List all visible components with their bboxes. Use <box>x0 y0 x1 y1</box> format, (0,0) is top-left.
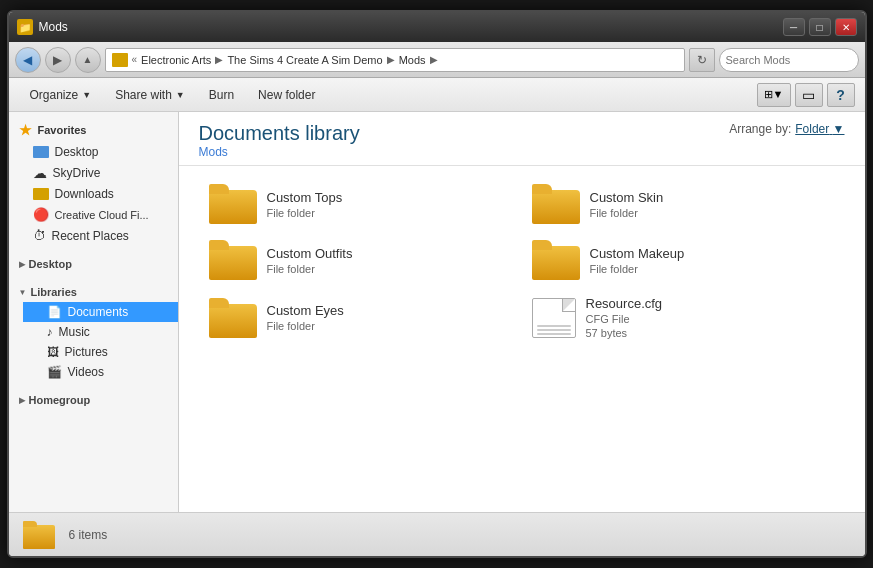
favorites-section: ★ Favorites Desktop ☁ SkyDrive Downloads… <box>9 118 178 246</box>
window-controls: ─ □ ✕ <box>783 18 857 36</box>
sidebar-item-videos[interactable]: 🎬 Videos <box>23 362 178 382</box>
sidebar-item-pictures[interactable]: 🖼 Pictures <box>23 342 178 362</box>
organize-button[interactable]: Organize ▼ <box>19 82 103 108</box>
main-panel: Documents library Mods Arrange by: Folde… <box>179 112 865 512</box>
custom-outfits-name: Custom Outfits <box>267 246 353 261</box>
sidebar-desktop-label: Desktop <box>55 145 99 159</box>
sidebar-pictures-label: Pictures <box>65 345 108 359</box>
share-with-button[interactable]: Share with ▼ <box>104 82 196 108</box>
libraries-triangle: ▼ <box>19 288 27 297</box>
close-button[interactable]: ✕ <box>835 18 857 36</box>
custom-skin-type: File folder <box>590 207 664 219</box>
help-button[interactable]: ? <box>827 83 855 107</box>
sidebar-item-recent[interactable]: ⏱ Recent Places <box>9 225 178 246</box>
arrange-value[interactable]: Folder ▼ <box>795 122 844 136</box>
custom-tops-info: Custom Tops File folder <box>267 190 343 219</box>
homegroup-label: Homegroup <box>29 394 91 406</box>
address-path[interactable]: « Electronic Arts ▶ The Sims 4 Create A … <box>105 48 685 72</box>
downloads-icon <box>33 188 49 200</box>
sidebar-documents-label: Documents <box>68 305 129 319</box>
custom-skin-info: Custom Skin File folder <box>590 190 664 219</box>
cfg-lines <box>533 323 575 337</box>
path-arrow1: « <box>132 54 138 65</box>
custom-eyes-type: File folder <box>267 320 344 332</box>
desktop-section: ▶ Desktop <box>9 250 178 274</box>
custom-makeup-folder-icon <box>532 240 580 280</box>
arrange-label: Arrange by: <box>729 122 791 136</box>
custom-tops-type: File folder <box>267 207 343 219</box>
resource-cfg-size: 57 bytes <box>586 327 663 339</box>
file-item-custom-tops[interactable]: Custom Tops File folder <box>199 176 522 232</box>
desktop-triangle: ▶ <box>19 260 25 269</box>
toolbar: Organize ▼ Share with ▼ Burn New folder … <box>9 78 865 112</box>
custom-makeup-info: Custom Makeup File folder <box>590 246 685 275</box>
path-arrow2: ▶ <box>215 54 223 65</box>
sidebar-item-desktop[interactable]: Desktop <box>9 142 178 162</box>
sidebar-item-downloads[interactable]: Downloads <box>9 184 178 204</box>
custom-skin-name: Custom Skin <box>590 190 664 205</box>
search-box[interactable]: 🔍 <box>719 48 859 72</box>
cc-icon: 🔴 <box>33 207 49 222</box>
sidebar-item-creative-cloud[interactable]: 🔴 Creative Cloud Fi... <box>9 204 178 225</box>
sidebar-downloads-label: Downloads <box>55 187 114 201</box>
custom-tops-name: Custom Tops <box>267 190 343 205</box>
custom-skin-folder-icon <box>532 184 580 224</box>
path-folder-icon <box>112 53 128 67</box>
file-item-custom-eyes[interactable]: Custom Eyes File folder <box>199 288 522 347</box>
sidebar-music-label: Music <box>59 325 90 339</box>
status-item-count: 6 items <box>69 528 108 542</box>
maximize-button[interactable]: □ <box>809 18 831 36</box>
share-chevron: ▼ <box>176 90 185 100</box>
resource-cfg-type: CFG File <box>586 313 663 325</box>
favorites-header[interactable]: ★ Favorites <box>9 118 178 142</box>
cfg-line-3 <box>537 333 571 335</box>
content-area: ★ Favorites Desktop ☁ SkyDrive Downloads… <box>9 112 865 512</box>
refresh-button[interactable]: ↻ <box>689 48 715 72</box>
libraries-section: ▼ Libraries 📄 Documents ♪ Music 🖼 Pictur… <box>9 278 178 382</box>
minimize-button[interactable]: ─ <box>783 18 805 36</box>
custom-outfits-folder-icon <box>209 240 257 280</box>
view-options-button[interactable]: ⊞▼ <box>757 83 791 107</box>
sidebar-item-documents[interactable]: 📄 Documents <box>23 302 178 322</box>
sidebar-item-music[interactable]: ♪ Music <box>23 322 178 342</box>
file-item-custom-makeup[interactable]: Custom Makeup File folder <box>522 232 845 288</box>
libraries-items: 📄 Documents ♪ Music 🖼 Pictures 🎬 Videos <box>23 302 178 382</box>
sidebar-videos-label: Videos <box>68 365 104 379</box>
sidebar-item-skydrive[interactable]: ☁ SkyDrive <box>9 162 178 184</box>
cfg-line-1 <box>537 325 571 327</box>
arrange-by: Arrange by: Folder ▼ <box>729 122 844 136</box>
burn-label: Burn <box>209 88 234 102</box>
desktop-section-label: Desktop <box>29 258 72 270</box>
window-icon: 📁 <box>17 19 33 35</box>
forward-button[interactable]: ▶ <box>45 47 71 73</box>
library-title-group: Documents library Mods <box>199 122 360 159</box>
custom-makeup-name: Custom Makeup <box>590 246 685 261</box>
file-item-custom-outfits[interactable]: Custom Outfits File folder <box>199 232 522 288</box>
custom-eyes-info: Custom Eyes File folder <box>267 303 344 332</box>
arrange-chevron: ▼ <box>833 122 845 136</box>
search-input[interactable] <box>726 54 864 66</box>
file-item-resource-cfg[interactable]: Resource.cfg CFG File 57 bytes <box>522 288 845 347</box>
sidebar-cc-label: Creative Cloud Fi... <box>55 209 149 221</box>
file-item-custom-skin[interactable]: Custom Skin File folder <box>522 176 845 232</box>
desktop-section-header[interactable]: ▶ Desktop <box>9 250 178 274</box>
skydrive-icon: ☁ <box>33 165 47 181</box>
homegroup-section-header[interactable]: ▶ Homegroup <box>9 386 178 410</box>
new-folder-button[interactable]: New folder <box>247 82 326 108</box>
up-button[interactable]: ▲ <box>75 47 101 73</box>
burn-button[interactable]: Burn <box>198 82 245 108</box>
libraries-section-header[interactable]: ▼ Libraries <box>9 278 178 302</box>
path-arrow4: ▶ <box>430 54 438 65</box>
path-part3: Mods <box>399 54 426 66</box>
custom-tops-folder-icon <box>209 184 257 224</box>
favorites-label: Favorites <box>38 124 87 136</box>
videos-icon: 🎬 <box>47 365 62 379</box>
address-bar: ◀ ▶ ▲ « Electronic Arts ▶ The Sims 4 Cre… <box>9 42 865 78</box>
path-arrow3: ▶ <box>387 54 395 65</box>
preview-pane-button[interactable]: ▭ <box>795 83 823 107</box>
status-bar: 6 items <box>9 512 865 556</box>
custom-makeup-type: File folder <box>590 263 685 275</box>
share-label: Share with <box>115 88 172 102</box>
organize-label: Organize <box>30 88 79 102</box>
back-button[interactable]: ◀ <box>15 47 41 73</box>
